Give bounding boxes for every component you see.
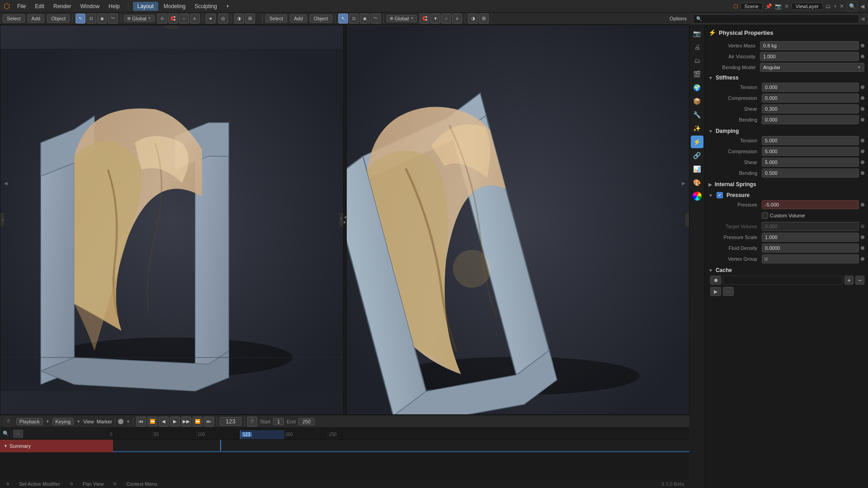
jump-prev-key-btn[interactable]: ⏪ [147, 417, 157, 427]
air-viscosity-dot[interactable] [861, 55, 864, 58]
step-fwd-btn[interactable]: ▶▶ [181, 417, 191, 427]
damping-bending-input[interactable]: 0.500 [762, 169, 859, 178]
workspace-tab-layout[interactable]: Layout [133, 2, 158, 11]
vertex-group-input[interactable]: ⊞ [762, 254, 859, 263]
shading-btn-r[interactable]: ◑ [468, 14, 478, 23]
overlay-btn-r[interactable]: ⊞ [479, 14, 489, 23]
fluid-density-dot[interactable] [861, 246, 864, 250]
menu-render[interactable]: Render [50, 2, 75, 10]
pressure-scale-input[interactable]: 1.000 [762, 233, 859, 242]
add-btn[interactable]: Add [28, 14, 45, 23]
menu-file[interactable]: File [14, 2, 29, 10]
cache-header[interactable]: ▼ Cache [708, 266, 864, 275]
view-layer-remove-icon[interactable]: ✕ [840, 3, 844, 9]
transform-orientation-dropdown-r[interactable]: ⊕ Global ▼ [387, 15, 417, 22]
stiffness-bending-input[interactable]: 0.000 [762, 115, 859, 124]
prop-icon-object[interactable]: 📦 [691, 95, 703, 108]
proportional-btn[interactable]: ○ [179, 14, 189, 23]
view-mode-solid-btn[interactable]: ● [206, 14, 216, 23]
target-volume-input[interactable]: 0.000 [762, 222, 859, 231]
stiffness-tension-input[interactable]: 0.000 [762, 83, 859, 92]
custom-volume-checkbox[interactable] [762, 212, 768, 219]
object-btn[interactable]: Object [47, 14, 70, 23]
prop-icon-output[interactable]: 🖨 [691, 41, 703, 53]
cache-record-btn[interactable]: ⏺ [710, 276, 721, 285]
proportional-btn-r[interactable]: ○ [441, 14, 451, 23]
circle-select-btn-r[interactable]: ◉ [360, 14, 370, 23]
prop-icon-render[interactable]: 📷 [691, 27, 703, 40]
damping-shear-input[interactable]: 5.000 [762, 158, 859, 167]
lasso-select-btn[interactable]: 〜 [108, 14, 118, 23]
color-prop-icon[interactable] [693, 192, 702, 201]
timeline-content[interactable]: 🔍 ↔ 0 50 100 123 [0, 428, 689, 479]
scene-camera-icon[interactable]: 📷 [775, 3, 782, 9]
search-btn[interactable]: 🔍 [847, 1, 858, 11]
pivot-btn[interactable]: ⊙ [157, 14, 167, 23]
play-btn[interactable]: ▶ [170, 417, 180, 427]
view-mode-wire-btn[interactable]: ◎ [218, 14, 228, 23]
pressure-header[interactable]: ▼ ✓ Pressure [708, 191, 864, 200]
stiffness-shear-input[interactable]: 0.300 [762, 104, 859, 113]
menu-edit[interactable]: Edit [31, 2, 48, 10]
box-select-btn[interactable]: ⊡ [86, 14, 96, 23]
prop-icon-material[interactable]: 🎨 [691, 176, 703, 189]
jump-next-key-btn[interactable]: ⏩ [193, 417, 203, 427]
stiffness-bending-dot[interactable] [861, 118, 864, 122]
menu-window[interactable]: Window [76, 2, 103, 10]
view-layer-add-icon[interactable]: + [834, 3, 837, 9]
playback-btn[interactable]: Playback [16, 418, 43, 425]
bending-model-dropdown[interactable]: Angular ▼ [760, 63, 864, 72]
cache-minus-btn[interactable]: − [855, 276, 864, 285]
snap-btn-r[interactable]: 🧲 [420, 14, 429, 23]
prop-icon-modifier[interactable]: 🔧 [691, 108, 703, 121]
stiffness-shear-dot[interactable] [861, 107, 864, 111]
fluid-density-input[interactable]: 0.0000 [762, 244, 859, 253]
vertex-mass-dot[interactable] [861, 44, 864, 47]
proportional-type-r[interactable]: ∧ [452, 14, 462, 23]
properties-search[interactable]: 🔍 [693, 14, 859, 23]
damping-tension-dot[interactable] [861, 139, 864, 142]
vertex-mass-input[interactable]: 0.8 kg [760, 41, 859, 50]
prop-icon-physics[interactable]: ⚡ [691, 136, 703, 148]
prop-icon-view-layer[interactable]: 🗂 [691, 54, 703, 67]
left-viewport-right-handle[interactable]: ⠿ [340, 213, 343, 226]
end-frame-input[interactable]: 250 [298, 418, 315, 425]
record-btn[interactable] [118, 419, 123, 424]
vertex-group-dot[interactable] [861, 257, 864, 261]
damping-shear-dot[interactable] [861, 160, 864, 164]
viewport-overlay-btn[interactable]: ⊞ [245, 14, 255, 23]
right-viewport-right-handle[interactable] [685, 213, 689, 226]
left-viewport-top-handle[interactable] [165, 25, 179, 29]
pressure-value-input[interactable]: -5.000 [762, 200, 859, 209]
left-viewport-left-handle[interactable]: ⠿ [0, 213, 4, 226]
transform-orientation-dropdown[interactable]: ⊕ Global ▼ [124, 15, 155, 22]
proportional-type-btn[interactable]: ∧ [190, 14, 200, 23]
select-tool-btn[interactable]: ↖ [75, 14, 85, 23]
snap-btn[interactable]: 🧲 [168, 14, 178, 23]
damping-bending-dot[interactable] [861, 171, 864, 175]
summary-label[interactable]: ▼ Summary [0, 440, 113, 452]
stiffness-compression-input[interactable]: 0.000 [762, 94, 859, 103]
prop-icon-particles[interactable]: ✨ [691, 122, 703, 135]
lasso-btn-r[interactable]: 〜 [371, 14, 381, 23]
properties-panel-collapse-icon[interactable]: ◀ [861, 16, 864, 22]
panel-collapse-icon[interactable]: ◀ [860, 3, 864, 9]
right-expand-icon[interactable]: ▶ [682, 181, 685, 186]
scene-close-icon[interactable]: ✕ [784, 3, 789, 9]
marker-btn[interactable]: Marker [97, 419, 112, 424]
workspace-tab-sculpting[interactable]: Sculpting [191, 2, 221, 10]
scene-pin-icon[interactable]: 📌 [765, 3, 772, 9]
stiffness-header[interactable]: ▼ Stiffness [708, 73, 864, 82]
snap-settings-btn-r[interactable]: ▼ [430, 14, 440, 23]
box-select-btn-r[interactable]: ⊡ [349, 14, 359, 23]
right-viewport[interactable]: ▶ [346, 25, 690, 415]
viewport-shading-btn[interactable]: ◑ [234, 14, 244, 23]
damping-tension-input[interactable]: 5.000 [762, 136, 859, 145]
damping-header[interactable]: ▼ Damping [708, 127, 864, 136]
workspace-tab-modeling[interactable]: Modeling [160, 2, 189, 10]
pressure-value-dot[interactable] [861, 203, 864, 206]
prop-icon-constraints[interactable]: 🔗 [691, 149, 703, 162]
select-btn[interactable]: Select [3, 14, 25, 23]
stiffness-compression-dot[interactable] [861, 96, 864, 100]
keying-btn[interactable]: Keying [52, 418, 74, 425]
